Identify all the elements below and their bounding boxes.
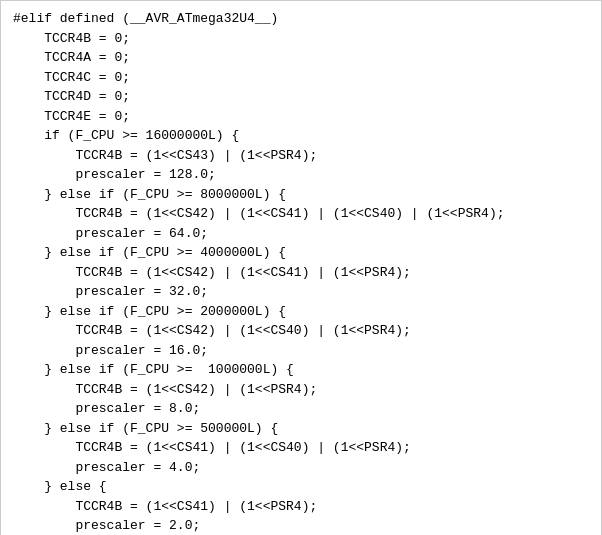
code-container: #elif defined (__AVR_ATmega32U4__) TCCR4… — [0, 0, 602, 535]
code-block: #elif defined (__AVR_ATmega32U4__) TCCR4… — [13, 9, 589, 535]
